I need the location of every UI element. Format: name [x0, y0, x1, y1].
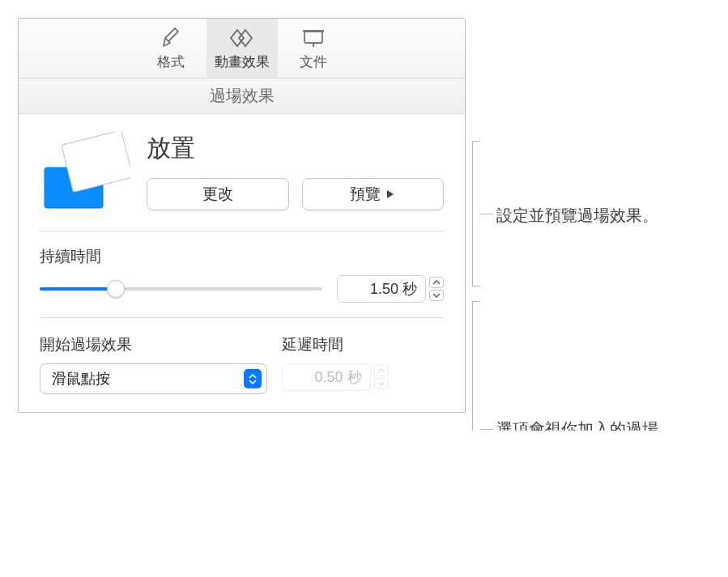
- delay-label: 延遲時間: [282, 334, 444, 355]
- transition-thumbnail: [40, 132, 130, 211]
- select-chevron-icon: [244, 369, 262, 388]
- svg-rect-4: [62, 132, 130, 192]
- button-label: 預覽: [350, 184, 381, 205]
- tab-label: 動畫效果: [215, 54, 270, 70]
- delay-stepper: [374, 365, 389, 389]
- svg-rect-0: [304, 32, 322, 43]
- tab-bar: 格式 動畫效果 文件: [19, 19, 465, 78]
- stepper-up-icon[interactable]: [429, 277, 444, 288]
- presentation-icon: [281, 27, 346, 49]
- callout-text: 設定並預覽過場效果。: [496, 204, 658, 227]
- stepper-down-icon: [374, 378, 389, 389]
- diamonds-icon: [210, 27, 275, 49]
- duration-label: 持續時間: [40, 246, 444, 267]
- duration-value[interactable]: 1.50 秒: [337, 275, 426, 303]
- start-transition-select[interactable]: 滑鼠點按: [40, 363, 267, 394]
- tab-label: 格式: [157, 54, 185, 70]
- tab-format[interactable]: 格式: [135, 19, 206, 78]
- section-header: 過場效果: [19, 78, 465, 114]
- button-label: 更改: [202, 184, 233, 205]
- change-button[interactable]: 更改: [147, 178, 289, 210]
- preview-button[interactable]: 預覽: [302, 178, 445, 210]
- select-value: 滑鼠點按: [52, 369, 110, 388]
- svg-rect-1: [303, 30, 324, 32]
- play-icon: [385, 185, 395, 203]
- tab-animate[interactable]: 動畫效果: [206, 19, 278, 78]
- slider-knob[interactable]: [107, 280, 125, 298]
- callout-text: 選項會視你加入的過場效果而有所不同。: [496, 418, 658, 431]
- paintbrush-icon: [138, 27, 203, 49]
- delay-value: 0.50 秒: [282, 363, 371, 391]
- tab-label: 文件: [300, 54, 327, 70]
- stepper-up-icon: [374, 365, 389, 376]
- transition-name: 放置: [147, 132, 444, 165]
- duration-slider[interactable]: [40, 279, 322, 299]
- stepper-down-icon[interactable]: [429, 290, 444, 301]
- start-transition-label: 開始過場效果: [40, 334, 267, 355]
- inspector-panel: 格式 動畫效果 文件 過場效果: [18, 18, 466, 413]
- duration-stepper[interactable]: [429, 277, 444, 301]
- tab-document[interactable]: 文件: [278, 19, 349, 78]
- panel-body: 放置 更改 預覽 持續時間: [19, 114, 465, 412]
